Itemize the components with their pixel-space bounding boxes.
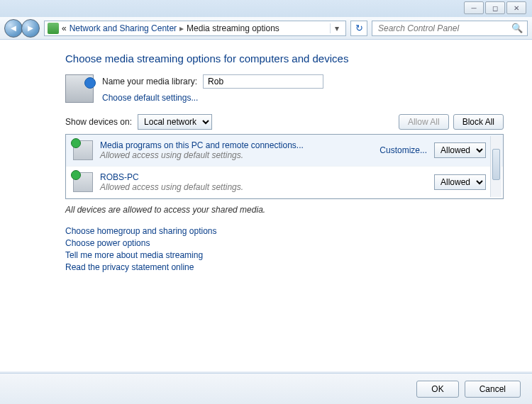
device-list: Media programs on this PC and remote con… xyxy=(65,134,504,199)
refresh-button[interactable]: ↻ xyxy=(350,21,367,36)
device-icon xyxy=(73,140,93,160)
device-name: ROBS-PC xyxy=(100,172,427,182)
maximize-button[interactable]: ◻ xyxy=(485,1,505,14)
bottom-bar: OK Cancel xyxy=(0,373,532,404)
search-icon: 🔍 xyxy=(511,23,523,33)
breadcrumb-item-media: Media streaming options xyxy=(187,23,279,33)
device-status: Allowed access using default settings. xyxy=(100,182,427,192)
breadcrumb-item-network[interactable]: Network and Sharing Center xyxy=(70,23,177,33)
arrow-right-icon: ► xyxy=(26,23,35,33)
close-button[interactable]: ✕ xyxy=(506,1,526,14)
back-button[interactable]: ◄ xyxy=(4,19,23,38)
search-input[interactable] xyxy=(377,23,511,34)
device-permission-select[interactable]: Allowed xyxy=(434,142,486,158)
status-text: All devices are allowed to access your s… xyxy=(65,205,504,215)
breadcrumb[interactable]: « Network and Sharing Center ▸ Media str… xyxy=(44,21,346,36)
library-row: Name your media library: Choose default … xyxy=(65,74,504,103)
block-all-button[interactable]: Block All xyxy=(453,114,504,130)
device-status: Allowed access using default settings. xyxy=(100,150,372,160)
chevron-right-icon: ▸ xyxy=(179,23,184,33)
device-icon xyxy=(73,172,93,192)
window-controls: ─ ◻ ✕ xyxy=(464,1,526,14)
page-title: Choose media streaming options for compu… xyxy=(65,52,504,64)
content-area: Choose media streaming options for compu… xyxy=(0,40,532,371)
forward-button[interactable]: ► xyxy=(21,19,40,38)
control-panel-icon xyxy=(48,23,59,34)
power-options-link[interactable]: Choose power options xyxy=(65,238,504,248)
customize-link[interactable]: Customize... xyxy=(379,145,427,155)
cancel-button[interactable]: Cancel xyxy=(465,381,521,398)
library-label: Name your media library: xyxy=(102,77,197,86)
device-name: Media programs on this PC and remote con… xyxy=(100,140,372,150)
address-dropdown[interactable]: ▾ xyxy=(330,23,343,33)
library-name-input[interactable] xyxy=(203,74,323,89)
titlebar: ─ ◻ ✕ xyxy=(0,0,532,17)
privacy-link[interactable]: Read the privacy statement online xyxy=(65,262,504,272)
learn-more-link[interactable]: Tell me more about media streaming xyxy=(65,250,504,260)
show-devices-row: Show devices on: Local network Allow All… xyxy=(65,114,504,130)
nav-buttons: ◄ ► xyxy=(4,19,40,38)
default-settings-link[interactable]: Choose default settings... xyxy=(102,93,198,103)
refresh-icon: ↻ xyxy=(355,23,363,33)
toolbar: ◄ ► « Network and Sharing Center ▸ Media… xyxy=(0,17,532,40)
search-box[interactable]: 🔍 xyxy=(372,21,528,36)
device-row[interactable]: ROBS-PC Allowed access using default set… xyxy=(66,167,503,198)
library-icon xyxy=(65,74,94,103)
show-devices-select[interactable]: Local network xyxy=(138,114,212,130)
allow-all-button[interactable]: Allow All xyxy=(399,114,449,130)
homegroup-link[interactable]: Choose homegroup and sharing options xyxy=(65,226,504,236)
device-permission-select[interactable]: Allowed xyxy=(434,174,486,190)
scrollbar-thumb[interactable] xyxy=(492,149,500,180)
arrow-left-icon: ◄ xyxy=(9,23,18,33)
scrollbar[interactable] xyxy=(490,136,501,197)
related-links: Choose homegroup and sharing options Cho… xyxy=(65,226,504,272)
device-row[interactable]: Media programs on this PC and remote con… xyxy=(66,135,503,167)
chevron-down-icon: ▾ xyxy=(335,23,339,33)
minimize-button[interactable]: ─ xyxy=(464,1,484,14)
breadcrumb-prefix: « xyxy=(62,23,67,33)
ok-button[interactable]: OK xyxy=(416,381,458,398)
show-devices-label: Show devices on: xyxy=(65,117,132,127)
